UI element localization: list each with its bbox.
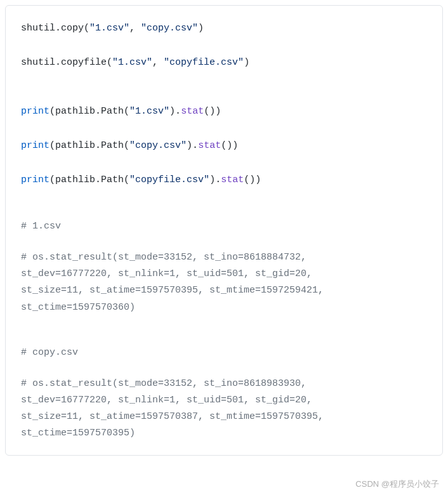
punct: (	[49, 140, 55, 151]
builtin: print	[21, 175, 49, 185]
punct: ).	[187, 140, 198, 151]
comment-line: st_size=11, st_atime=1597570395, st_mtim…	[21, 282, 427, 299]
string: "1.csv"	[112, 57, 152, 68]
method-name: copy	[61, 23, 84, 34]
punct: (	[107, 57, 112, 68]
blank-line	[21, 121, 427, 136]
string: "copy.csv"	[141, 23, 198, 34]
string: "copy.csv"	[129, 140, 187, 151]
punct: (	[124, 140, 129, 151]
identifier: pathlib	[55, 140, 95, 151]
builtin: print	[21, 140, 49, 151]
code-block: shutil.copy("1.csv", "copy.csv") shutil.…	[5, 5, 443, 456]
punct: (	[84, 23, 89, 34]
comment-line: st_ctime=1597570360)	[21, 300, 427, 316]
blank-line	[21, 73, 427, 102]
blank-line	[21, 316, 427, 345]
punct: )	[198, 23, 204, 34]
class-name: Path	[101, 140, 124, 151]
identifier: shutil	[21, 57, 55, 68]
blank-line	[21, 155, 427, 170]
punct: (	[124, 175, 129, 185]
punct: .	[95, 140, 101, 151]
comment-line: st_size=11, st_atime=1597570387, st_mtim…	[21, 409, 427, 425]
code-line: print(pathlib.Path("copyfile.csv").stat(…	[21, 170, 427, 190]
blank-line	[21, 235, 427, 249]
comment-section: # copy.csv # os.stat_result(st_mode=3315…	[21, 345, 427, 442]
comment-section: # 1.csv # os.stat_result(st_mode=33152, …	[21, 218, 427, 316]
code-line: shutil.copyfile("1.csv", "copyfile.csv")	[21, 53, 427, 73]
punct: ())	[221, 140, 238, 151]
builtin: print	[21, 106, 49, 117]
punct: (	[124, 106, 129, 117]
punct: )	[244, 57, 249, 68]
punct: .	[95, 175, 101, 185]
punct: .	[95, 106, 101, 117]
punct: ,	[152, 57, 164, 68]
punct: .	[55, 23, 61, 34]
comment-header: # 1.csv	[21, 218, 427, 235]
comment-line: # os.stat_result(st_mode=33152, st_ino=8…	[21, 249, 427, 266]
string: "1.csv"	[129, 106, 169, 117]
blank-line	[21, 39, 427, 53]
comment-header: # copy.csv	[21, 345, 427, 361]
blank-line	[21, 190, 427, 218]
punct: ,	[129, 23, 141, 34]
class-name: Path	[101, 106, 124, 117]
method-call: stat	[198, 140, 221, 151]
blank-line	[21, 361, 427, 376]
comment-line: st_ctime=1597570395)	[21, 425, 427, 442]
punct: ).	[209, 175, 221, 185]
comment-line: # os.stat_result(st_mode=33152, st_ino=8…	[21, 376, 427, 392]
code-line: print(pathlib.Path("1.csv").stat())	[21, 102, 427, 122]
code-line: shutil.copy("1.csv", "copy.csv")	[21, 18, 427, 39]
string: "1.csv"	[89, 23, 129, 34]
identifier: shutil	[21, 23, 55, 34]
method-call: stat	[181, 106, 204, 117]
punct: ())	[244, 175, 261, 185]
code-line: print(pathlib.Path("copy.csv").stat())	[21, 136, 427, 156]
string: "copyfile.csv"	[129, 175, 209, 185]
watermark: CSDN @程序员小饺子	[355, 478, 439, 490]
punct: (	[49, 106, 55, 117]
punct: .	[55, 57, 61, 68]
method-call: stat	[221, 175, 244, 185]
punct: ).	[169, 106, 181, 117]
punct: ())	[204, 106, 221, 117]
identifier: pathlib	[55, 106, 95, 117]
comment-line: st_dev=16777220, st_nlink=1, st_uid=501,…	[21, 266, 427, 282]
identifier: pathlib	[55, 175, 95, 185]
class-name: Path	[101, 175, 124, 185]
method-name: copyfile	[61, 57, 107, 68]
punct: (	[49, 175, 55, 185]
string: "copyfile.csv"	[164, 57, 244, 68]
comment-line: st_dev=16777220, st_nlink=1, st_uid=501,…	[21, 392, 427, 409]
